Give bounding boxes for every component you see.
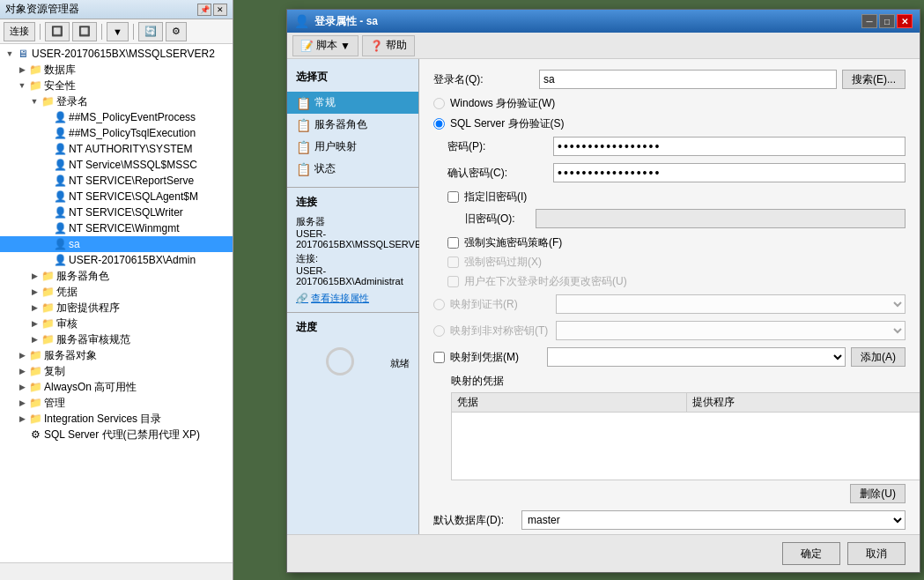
dialog-close-button[interactable]: ✕: [897, 14, 913, 28]
windows-auth-radio[interactable]: [433, 98, 445, 109]
expander-security[interactable]: ▼: [16, 79, 28, 92]
default-db-group: 默认数据库(D): master: [433, 510, 906, 530]
tree-item-security[interactable]: ▼ 📁 安全性: [0, 78, 233, 93]
tree-item-server-roles[interactable]: ▶ 📁 服务器角色: [0, 268, 233, 284]
windows-auth-label: Windows 身份验证(W): [450, 96, 555, 111]
map-asym-key-select[interactable]: [556, 321, 906, 340]
ok-button[interactable]: 确定: [782, 542, 840, 565]
tree-item-replication[interactable]: ▶ 📁 复制: [0, 363, 233, 379]
login-name-input[interactable]: [539, 70, 837, 89]
enforce-policy-label: 强制实施密码策略(F): [464, 235, 562, 250]
nav-item-server-roles[interactable]: 📋 服务器角色: [287, 114, 418, 136]
expander-login-4: [41, 159, 53, 171]
audit-label: 审核: [56, 316, 78, 331]
maximize-button[interactable]: □: [879, 14, 895, 28]
nav-label-general: 常规: [314, 95, 336, 110]
toolbar-btn-5[interactable]: ⚙: [166, 22, 187, 41]
must-change-checkbox[interactable]: [447, 276, 459, 287]
nav-item-status[interactable]: 📋 状态: [287, 158, 418, 180]
tree-item-server[interactable]: ▼ 🖥 USER-20170615BX\MSSQLSERVER2: [0, 46, 233, 62]
add-credential-button[interactable]: 添加(A): [851, 347, 906, 367]
specify-old-pw-checkbox[interactable]: [447, 191, 459, 203]
tree-item-login-6[interactable]: 👤 NT SERVICE\SQLAgent$M: [0, 189, 233, 204]
expander-audit[interactable]: ▶: [28, 317, 41, 330]
folder-icon-server-roles: 📁: [41, 269, 55, 283]
help-button[interactable]: ❓ 帮助: [362, 35, 415, 56]
agent-label: SQL Server 代理(已禁用代理 XP): [44, 428, 200, 442]
script-button[interactable]: 📝 脚本 ▼: [292, 35, 359, 56]
progress-header: 进度: [296, 320, 410, 335]
tree-item-credentials[interactable]: ▶ 📁 凭据: [0, 284, 233, 300]
map-cred-checkbox[interactable]: [433, 352, 445, 363]
tree-item-management[interactable]: ▶ 📁 管理: [0, 395, 233, 411]
view-connection-link[interactable]: 🔗 查看连接属性: [296, 292, 410, 305]
tree-item-crypto[interactable]: ▶ 📁 加密提供程序: [0, 300, 233, 316]
pin-button[interactable]: 📌: [197, 4, 211, 16]
search-button[interactable]: 搜索(E)...: [842, 70, 906, 89]
enforce-policy-checkbox[interactable]: [447, 237, 459, 249]
tree-item-agent[interactable]: ⚙ SQL Server 代理(已禁用代理 XP): [0, 427, 233, 442]
script-label: 脚本: [316, 38, 337, 53]
tree-item-login-sa[interactable]: 👤 sa: [0, 236, 233, 252]
tree-item-login-2[interactable]: 👤 ##MS_PolicyTsqlExecution: [0, 125, 233, 141]
tree-item-login-1[interactable]: 👤 ##MS_PolicyEventProcess: [0, 109, 233, 125]
expander-logins[interactable]: ▼: [28, 95, 41, 108]
tree-item-integration[interactable]: ▶ 📁 Integration Services 目录: [0, 411, 233, 427]
tree-item-login-admin[interactable]: 👤 USER-20170615BX\Admin: [0, 252, 233, 268]
tree-item-logins[interactable]: ▼ 📁 登录名: [0, 93, 233, 109]
default-db-select[interactable]: master: [521, 510, 906, 530]
refresh-button[interactable]: 🔄: [138, 22, 163, 41]
toolbar-btn-2[interactable]: 🔲: [45, 22, 70, 41]
dialog-content: 登录名(Q): 搜索(E)... Windows 身份验证(W) SQL Ser…: [419, 59, 920, 534]
password-input[interactable]: [553, 137, 906, 156]
tree-item-login-4[interactable]: 👤 NT Service\MSSQL$MSSC: [0, 157, 233, 173]
expander-replication[interactable]: ▶: [16, 365, 28, 377]
old-password-input[interactable]: [536, 209, 906, 228]
close-left-panel-button[interactable]: ✕: [213, 4, 227, 16]
expander-databases[interactable]: ▶: [16, 63, 28, 76]
tree-item-login-5[interactable]: 👤 NT SERVICE\ReportServe: [0, 173, 233, 189]
login-label-1: ##MS_PolicyEventProcess: [69, 111, 196, 123]
toolbar-btn-3[interactable]: 🔲: [72, 22, 97, 41]
tree-item-audit-spec[interactable]: ▶ 📁 服务器审核规范: [0, 331, 233, 347]
folder-icon-crypto: 📁: [41, 301, 55, 315]
tree-item-alwayson[interactable]: ▶ 📁 AlwaysOn 高可用性: [0, 379, 233, 395]
connect-button[interactable]: 连接: [4, 22, 35, 41]
login-name-label: 登录名(Q):: [433, 72, 539, 87]
map-cert-radio[interactable]: [433, 299, 445, 310]
map-cert-select[interactable]: [556, 294, 906, 314]
tree-item-audit[interactable]: ▶ 📁 审核: [0, 316, 233, 331]
expander-server-objects[interactable]: ▶: [16, 349, 28, 361]
filter-button[interactable]: ▼: [107, 22, 129, 41]
tree-item-login-7[interactable]: 👤 NT SERVICE\SQLWriter: [0, 204, 233, 220]
server-objects-label: 服务器对象: [44, 348, 97, 363]
expander-integration[interactable]: ▶: [16, 413, 28, 425]
expander-alwayson[interactable]: ▶: [16, 381, 28, 393]
nav-item-general[interactable]: 📋 常规: [287, 92, 418, 114]
tree-item-databases[interactable]: ▶ 📁 数据库: [0, 62, 233, 78]
tree-item-login-3[interactable]: 👤 NT AUTHORITY\SYSTEM: [0, 141, 233, 157]
expander-audit-spec[interactable]: ▶: [28, 333, 41, 346]
expander-management[interactable]: ▶: [16, 397, 28, 409]
cancel-button[interactable]: 取消: [847, 542, 906, 565]
expander-crypto[interactable]: ▶: [28, 301, 41, 314]
expander-server-roles[interactable]: ▶: [28, 270, 41, 282]
nav-item-user-mapping[interactable]: 📋 用户映射: [287, 136, 418, 158]
login-label-sa: sa: [69, 238, 80, 250]
force-expiration-checkbox[interactable]: [447, 257, 459, 268]
expander-credentials[interactable]: ▶: [28, 286, 41, 298]
sql-auth-radio[interactable]: [433, 118, 445, 130]
map-cred-select[interactable]: [547, 347, 846, 367]
dialog-titlebar: 👤 登录属性 - sa ─ □ ✕: [287, 10, 920, 33]
delete-credential-button[interactable]: 删除(U): [850, 484, 906, 503]
expander-server[interactable]: ▼: [4, 48, 16, 60]
tree-item-login-8[interactable]: 👤 NT SERVICE\Winmgmt: [0, 220, 233, 236]
expander-login-sa: [41, 238, 53, 250]
minimize-button[interactable]: ─: [861, 14, 877, 28]
map-asym-key-radio[interactable]: [433, 325, 445, 337]
confirm-password-input[interactable]: [553, 163, 906, 182]
confirm-password-label: 确认密码(C):: [447, 166, 553, 181]
tree-item-server-objects[interactable]: ▶ 📁 服务器对象: [0, 347, 233, 363]
nav-icon-general: 📋: [296, 96, 310, 110]
login-label-6: NT SERVICE\SQLAgent$M: [69, 190, 198, 203]
